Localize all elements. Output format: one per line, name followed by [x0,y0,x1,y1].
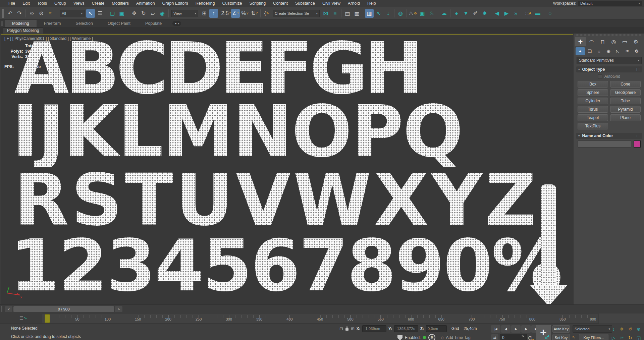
create-tab-icon[interactable]: ✚ [575,37,586,46]
snap-grid-points-icon[interactable]: ∷A [524,9,533,18]
mirror-icon[interactable]: ⋈ [321,9,330,18]
light-placement-icon[interactable]: ✸ [480,9,489,18]
previous-frame-icon[interactable]: ◀| [501,325,511,333]
next-frame-button[interactable]: > [115,306,122,312]
toggle-layer-explorer-icon[interactable]: ▦ [353,9,361,18]
pan-icon[interactable]: ☞ [618,334,626,340]
autogrid-checkbox[interactable] [598,74,602,79]
field-of-view-icon[interactable]: ▷ [610,334,617,340]
selection-filter-dropdown[interactable]: All [60,10,85,17]
select-object-icon[interactable]: ↖ [86,9,95,18]
menu-item[interactable]: Help [364,1,380,6]
ribbon-tab[interactable]: Populate [138,20,169,27]
ribbon-tab[interactable]: Modeling [5,20,37,27]
cameras-category-icon[interactable]: ◉ [604,47,613,55]
motion-paths-icon[interactable]: ∿ [572,335,576,340]
key-filters-button[interactable]: Key Filters... [579,334,608,340]
object-type-button[interactable]: Cylinder [578,98,608,104]
menu-item[interactable]: Arnold [344,1,364,6]
motion-tab-icon[interactable]: ◎ [608,37,619,46]
set-keys-button[interactable]: + [536,325,551,340]
toggle-scene-explorer-icon[interactable]: ▤ [343,9,352,18]
dotted-circle-icon[interactable]: ◌ [546,9,554,18]
render-in-cloud-icon[interactable]: ☁ [440,9,448,18]
hierarchy-tab-icon[interactable]: ⊓ [597,37,608,46]
measure-ruler-icon[interactable]: ▬ [533,9,542,18]
spinner-snap-icon[interactable]: ⇅? [250,9,259,18]
time-ruler[interactable]: 0501001502002503003504004505005506006507… [42,314,598,323]
zoom-region-icon[interactable]: ⊕ [635,325,642,333]
render-setup-icon[interactable]: ♨⚙ [409,9,417,18]
key-mode-toggle[interactable]: ⇄ [491,334,498,340]
modify-tab-icon[interactable]: ◠ [586,37,597,46]
auto-key-button[interactable]: Auto Key [552,325,570,333]
object-type-button[interactable]: Cone [610,81,641,88]
named-selection-set-dropdown[interactable]: Create Selection Se [273,10,320,17]
utilities-tab-icon[interactable]: ⚙ [630,37,641,46]
scene-text-row-4[interactable]: 1234567890% [10,230,561,301]
menu-item[interactable]: Tools [34,1,51,6]
isolate-selection-icon[interactable]: ⊡ [339,326,343,331]
viewport-canvas[interactable]: [ + ] [ PhysCamera001 ] [ Standard ] [ W… [1,34,573,304]
ribbon-minimize-dropdown[interactable]: ▼ [172,21,181,26]
z-coordinate-field[interactable]: 0,0cm [426,325,447,332]
ribbon-tab[interactable]: Freeform [37,20,68,27]
name-and-color-rollout-header[interactable]: Name and Color [576,133,642,139]
panel-drag-handle[interactable] [576,34,643,37]
time-configuration-icon[interactable]: ◷⚙ [528,335,532,340]
display-tab-icon[interactable]: ▭ [619,37,630,46]
scene-text-row-2[interactable]: IJKLMNOPQ [12,96,463,167]
play-icon[interactable]: ▶ [511,325,521,333]
window-crossing-icon[interactable]: ▣ [117,9,126,18]
current-frame-display[interactable]: 0 / 900 [13,306,114,312]
menu-item[interactable]: Modifiers [108,1,132,6]
menu-item[interactable]: Substance [291,1,319,6]
zoom-extents-all-icon[interactable]: ↺ [627,325,634,333]
object-type-button[interactable]: GeoSphere [610,89,641,96]
toggle-ribbon-icon[interactable]: ▥ [365,9,374,18]
object-type-button[interactable]: Tube [610,98,641,104]
scene-arrow-object[interactable] [541,184,556,287]
select-and-manipulate-icon[interactable]: ↑ [209,9,218,18]
systems-category-icon[interactable]: ❂ [632,47,641,55]
object-type-button[interactable]: Box [578,81,608,88]
menu-item[interactable]: Scripting [246,1,269,6]
object-color-swatch[interactable] [634,140,641,148]
menu-item[interactable]: Rendering [192,1,219,6]
unlink-selection-icon[interactable]: ⊘ [37,9,46,18]
x-coordinate-field[interactable]: -1,039cm [362,325,386,332]
edit-named-selection-sets-icon[interactable]: {✎ [262,9,271,18]
render-icon[interactable]: ♨ [427,9,436,18]
object-type-button[interactable]: Torus [578,106,608,113]
object-type-rollout-header[interactable]: Object Type [576,66,642,72]
align-icon[interactable]: ≡ [331,9,339,18]
select-by-name-icon[interactable]: ☰ [96,9,104,18]
undo-icon[interactable]: ↶ [6,9,14,18]
reference-coordinate-dropdown[interactable]: View [171,10,198,17]
zoom-icon[interactable]: ↕ [610,325,617,333]
material-editor-icon[interactable]: ◍ [396,9,405,18]
timeline-grip[interactable] [1,306,2,312]
select-and-rotate-icon[interactable]: ↻ [139,9,148,18]
ribbon-grip[interactable] [1,21,3,26]
set-key-button[interactable]: Set Key [552,334,570,340]
percent-snap-icon[interactable]: %? [240,9,249,18]
use-pivot-point-center-icon[interactable]: ⊞ [200,9,209,18]
space-warps-category-icon[interactable]: ≋ [623,47,632,55]
redo-icon[interactable]: ↷ [15,9,24,18]
ribbon-tab[interactable]: Object Paint [100,20,138,27]
rendered-frame-window-icon[interactable]: ▣ [418,9,427,18]
helpers-category-icon[interactable]: ◺ [613,47,623,55]
object-type-button[interactable]: Sphere [578,89,608,96]
menu-item[interactable]: Content [269,1,291,6]
ribbon-tab[interactable]: Selection [68,20,100,27]
curve-editor-icon[interactable]: ∿ [374,9,383,18]
material-sphere-icon[interactable]: ● [452,9,461,18]
select-and-scale-icon[interactable]: ▱ [149,9,157,18]
next-frame-icon[interactable]: |▶ [521,325,531,333]
substance-icon[interactable]: ▼ [462,9,470,18]
maximize-viewport-toggle-icon[interactable]: ◱ [635,334,642,340]
select-and-link-icon[interactable]: ∞ [28,9,36,18]
zero-badge[interactable]: 0 [428,334,435,340]
shapes-category-icon[interactable]: ❏ [585,47,594,55]
